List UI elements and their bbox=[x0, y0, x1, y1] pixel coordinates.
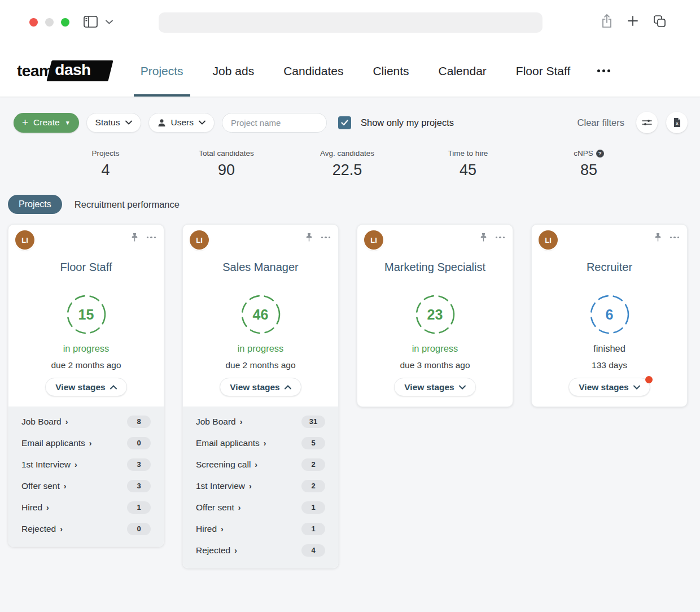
project-title[interactable]: Sales Manager bbox=[190, 261, 331, 274]
project-due: due 2 months ago bbox=[190, 360, 331, 370]
stat-label: Time to hire bbox=[408, 149, 528, 158]
view-stages-button[interactable]: View stages bbox=[394, 378, 475, 396]
chevron-right-icon: › bbox=[65, 418, 68, 426]
project-name-input[interactable] bbox=[222, 113, 327, 133]
stat-label: Projects bbox=[45, 149, 166, 158]
stage-row[interactable]: Email applicants›5 bbox=[189, 432, 333, 454]
export-button[interactable]: x bbox=[666, 112, 688, 133]
stage-row[interactable]: Hired›1 bbox=[14, 497, 158, 518]
view-stages-button[interactable]: View stages bbox=[45, 378, 126, 396]
stage-row[interactable]: 1st Interview›2 bbox=[189, 475, 333, 497]
stage-count-badge: 3 bbox=[127, 480, 151, 492]
stage-count-badge: 31 bbox=[301, 416, 325, 428]
stage-row[interactable]: Screening call›2 bbox=[189, 454, 333, 475]
help-icon[interactable]: ? bbox=[596, 150, 604, 158]
chevron-right-icon: › bbox=[264, 439, 266, 447]
avatar[interactable]: LI bbox=[15, 230, 34, 250]
chevron-right-icon: › bbox=[89, 439, 92, 447]
avatar[interactable]: LI bbox=[190, 230, 209, 250]
create-button[interactable]: + Create ▼ bbox=[14, 113, 79, 133]
view-stages-button[interactable]: View stages bbox=[220, 378, 301, 396]
nav-tab-candidates[interactable]: Candidates bbox=[269, 45, 358, 97]
project-card-recruiter: LI Recruiter 6 finished 133 days View st… bbox=[531, 224, 688, 407]
nav-tab-calendar[interactable]: Calendar bbox=[424, 45, 501, 97]
stage-row[interactable]: Offer sent›1 bbox=[189, 497, 333, 518]
ellipsis-icon[interactable] bbox=[496, 234, 505, 241]
stage-count-badge: 3 bbox=[127, 458, 151, 471]
avatar[interactable]: LI bbox=[364, 230, 383, 250]
tab-projects[interactable]: Projects bbox=[8, 195, 62, 214]
more-menu-icon[interactable] bbox=[597, 69, 610, 72]
pin-icon[interactable] bbox=[654, 233, 662, 242]
share-icon[interactable] bbox=[601, 14, 613, 28]
stage-count-badge: 0 bbox=[127, 437, 151, 449]
new-tab-icon[interactable] bbox=[627, 15, 638, 27]
tab-overview-icon[interactable] bbox=[653, 15, 666, 28]
view-stages-button[interactable]: View stages bbox=[568, 378, 650, 396]
stage-count-badge: 8 bbox=[127, 416, 151, 428]
pin-icon[interactable] bbox=[479, 233, 488, 242]
nav-tab-floor-staff[interactable]: Floor Staff bbox=[501, 45, 585, 97]
minimize-window-button[interactable] bbox=[45, 18, 54, 27]
project-card-sales-manager: LI Sales Manager 46 in progress due 2 mo… bbox=[182, 224, 339, 569]
sidebar-toggle-icon[interactable] bbox=[84, 16, 98, 28]
stat-label: Total candidates bbox=[166, 149, 287, 158]
tab-recruitment-performance[interactable]: Recruitment performance bbox=[75, 199, 180, 210]
project-card-floor-staff: LI Floor Staff 15 in progress due 2 mont… bbox=[8, 224, 164, 547]
stages-list: Job Board›8 Email applicants›0 1st Inter… bbox=[8, 406, 164, 547]
chevron-down-icon bbox=[633, 385, 640, 390]
status-filter-dropdown[interactable]: Status bbox=[86, 113, 141, 133]
stat-label: cNPS ? bbox=[528, 149, 649, 158]
chevron-down-icon bbox=[459, 385, 466, 390]
filter-settings-button[interactable] bbox=[636, 112, 658, 133]
stage-row[interactable]: Rejected›0 bbox=[14, 518, 158, 540]
project-status: in progress bbox=[15, 343, 157, 354]
stage-row[interactable]: 1st Interview›3 bbox=[14, 454, 158, 475]
stage-row[interactable]: Offer sent›3 bbox=[14, 475, 158, 497]
show-only-my-projects-checkbox[interactable] bbox=[338, 116, 351, 129]
stat-projects: Projects 4 bbox=[45, 149, 166, 179]
nav-tab-projects[interactable]: Projects bbox=[126, 45, 198, 97]
candidate-count-circle: 15 bbox=[66, 294, 107, 335]
stage-row[interactable]: Email applicants›0 bbox=[14, 432, 158, 454]
users-filter-label: Users bbox=[171, 117, 194, 128]
project-title[interactable]: Floor Staff bbox=[15, 261, 157, 274]
stage-count-badge: 1 bbox=[301, 501, 325, 514]
project-cards: LI Floor Staff 15 in progress due 2 mont… bbox=[0, 214, 700, 569]
address-bar[interactable] bbox=[159, 12, 542, 33]
project-card-marketing-specialist: LI Marketing Specialist 23 in progress d… bbox=[357, 224, 513, 407]
project-title[interactable]: Recruiter bbox=[539, 261, 680, 274]
pin-icon[interactable] bbox=[305, 233, 313, 242]
avatar[interactable]: LI bbox=[539, 230, 558, 250]
candidate-count-circle: 23 bbox=[415, 294, 456, 335]
stage-row[interactable]: Hired›1 bbox=[189, 518, 333, 540]
chevron-down-icon[interactable] bbox=[106, 20, 113, 24]
nav-tab-job-ads[interactable]: Job ads bbox=[198, 45, 269, 97]
logo-text-dash: dash bbox=[47, 60, 114, 81]
candidate-count-circle: 6 bbox=[589, 294, 630, 335]
teamdash-logo[interactable]: team dash bbox=[17, 60, 111, 81]
window-controls bbox=[29, 18, 69, 27]
stage-count-badge: 0 bbox=[127, 523, 151, 535]
users-filter-dropdown[interactable]: Users bbox=[148, 113, 215, 133]
stage-row[interactable]: Rejected›4 bbox=[189, 540, 333, 561]
stat-value: 22.5 bbox=[287, 161, 408, 179]
stats-summary: Projects 4 Total candidates 90 Avg. cand… bbox=[0, 133, 700, 179]
project-title[interactable]: Marketing Specialist bbox=[364, 261, 506, 274]
ellipsis-icon[interactable] bbox=[670, 234, 680, 241]
nav-tab-clients[interactable]: Clients bbox=[358, 45, 423, 97]
clear-filters-link[interactable]: Clear filters bbox=[578, 117, 624, 128]
sliders-icon bbox=[642, 119, 652, 126]
stage-row[interactable]: Job Board›8 bbox=[14, 411, 158, 432]
pin-icon[interactable] bbox=[130, 233, 139, 242]
close-window-button[interactable] bbox=[29, 18, 38, 27]
chevron-down-icon bbox=[199, 120, 205, 125]
logo-text-team: team bbox=[17, 62, 53, 80]
stage-row[interactable]: Job Board›31 bbox=[189, 411, 333, 432]
zoom-window-button[interactable] bbox=[61, 18, 69, 27]
chevron-up-icon bbox=[110, 385, 117, 390]
stat-time-to-hire: Time to hire 45 bbox=[408, 149, 528, 179]
ellipsis-icon[interactable] bbox=[147, 234, 156, 241]
ellipsis-icon[interactable] bbox=[321, 234, 331, 241]
stage-count-badge: 2 bbox=[301, 458, 325, 471]
